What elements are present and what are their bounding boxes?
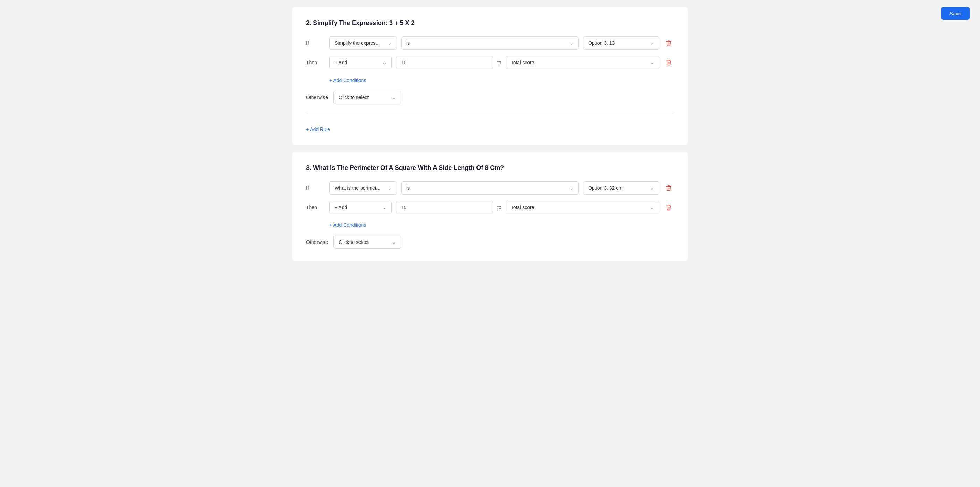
rule-card-2: 2. Simplify The Expression: 3 + 5 X 2 If… bbox=[292, 7, 688, 145]
rule-3-title: 3. What Is The Perimeter Of A Square Wit… bbox=[306, 164, 674, 172]
rule-2-otherwise-value: Click to select bbox=[339, 94, 369, 100]
rule-3-option-chevron: ⌄ bbox=[650, 185, 654, 191]
rule-3-score-chevron: ⌄ bbox=[650, 204, 654, 210]
rule-3-otherwise-select[interactable]: Click to select ⌄ bbox=[334, 236, 401, 249]
rule-3-question-chevron: ⌄ bbox=[388, 185, 392, 191]
rule-3-question-select[interactable]: What is the perimet... ⌄ bbox=[329, 181, 397, 195]
rule-3-then-delete[interactable] bbox=[663, 202, 674, 212]
rule-2-question-chevron: ⌄ bbox=[388, 40, 392, 46]
rule-2-option-select[interactable]: Option 3. 13 ⌄ bbox=[583, 37, 659, 49]
rule-2-then-label: Then bbox=[306, 60, 325, 65]
rule-2-then-row: Then + Add ⌄ to Total score ⌄ bbox=[306, 56, 674, 69]
rule-2-if-label: If bbox=[306, 40, 325, 46]
rule-3-score-select[interactable]: Total score ⌄ bbox=[506, 201, 659, 214]
rule-3-action-value: + Add bbox=[334, 204, 347, 210]
rule-2-question-select[interactable]: Simplify the expres... ⌄ bbox=[329, 37, 397, 49]
save-button[interactable]: Save bbox=[941, 7, 970, 20]
rule-3-condition-value: is bbox=[406, 185, 410, 191]
rule-3-otherwise-chevron: ⌄ bbox=[392, 240, 396, 245]
rule-2-condition-value: is bbox=[406, 40, 410, 46]
rule-2-score-chevron: ⌄ bbox=[650, 60, 654, 65]
rule-3-otherwise-row: Otherwise Click to select ⌄ bbox=[306, 236, 674, 249]
rule-2-add-conditions-link[interactable]: + Add Conditions bbox=[329, 77, 366, 83]
rule-2-question-value: Simplify the expres... bbox=[334, 40, 380, 46]
rule-3-option-select[interactable]: Option 3. 32 cm ⌄ bbox=[583, 181, 659, 195]
rule-2-action-value: + Add bbox=[334, 60, 347, 65]
rule-2-score-value: Total score bbox=[511, 60, 535, 65]
rule-3-question-value: What is the perimet... bbox=[334, 185, 380, 191]
rule-2-action-select[interactable]: + Add ⌄ bbox=[329, 56, 392, 69]
rule-2-otherwise-select[interactable]: Click to select ⌄ bbox=[334, 91, 401, 104]
rule-2-option-value: Option 3. 13 bbox=[588, 40, 614, 46]
rule-2-otherwise-row: Otherwise Click to select ⌄ bbox=[306, 91, 674, 104]
rule-3-then-row: Then + Add ⌄ to Total score ⌄ bbox=[306, 201, 674, 214]
rule-2-if-delete[interactable] bbox=[663, 38, 674, 48]
rule-3-add-conditions-link[interactable]: + Add Conditions bbox=[329, 222, 366, 228]
rule-2-to-label: to bbox=[497, 60, 501, 65]
rule-3-score-value: Total score bbox=[511, 204, 535, 210]
rule-2-option-chevron: ⌄ bbox=[650, 40, 654, 46]
rule-3-if-delete[interactable] bbox=[663, 183, 674, 193]
rule-3-score-input[interactable] bbox=[396, 201, 493, 214]
rule-3-otherwise-value: Click to select bbox=[339, 240, 369, 245]
save-button-container: Save bbox=[941, 7, 970, 20]
rule-3-option-value: Option 3. 32 cm bbox=[588, 185, 622, 191]
rule-3-condition-chevron: ⌄ bbox=[570, 185, 574, 191]
rule-2-otherwise-label: Otherwise bbox=[306, 94, 328, 100]
rule-2-divider bbox=[306, 113, 674, 114]
rule-3-condition-select[interactable]: is ⌄ bbox=[401, 181, 579, 195]
page-wrapper: 2. Simplify The Expression: 3 + 5 X 2 If… bbox=[243, 7, 737, 261]
rule-2-score-select[interactable]: Total score ⌄ bbox=[506, 56, 659, 69]
rule-2-title: 2. Simplify The Expression: 3 + 5 X 2 bbox=[306, 19, 674, 27]
rule-2-if-row: If Simplify the expres... ⌄ is ⌄ Option … bbox=[306, 37, 674, 49]
rule-2-action-chevron: ⌄ bbox=[382, 60, 387, 65]
rule-3-action-chevron: ⌄ bbox=[382, 204, 387, 210]
rule-3-then-label: Then bbox=[306, 204, 325, 210]
rule-3-otherwise-label: Otherwise bbox=[306, 240, 328, 245]
rule-3-to-label: to bbox=[497, 204, 501, 210]
rule-3-action-select[interactable]: + Add ⌄ bbox=[329, 201, 392, 214]
rule-2-otherwise-chevron: ⌄ bbox=[392, 94, 396, 100]
rule-2-add-rule-link[interactable]: + Add Rule bbox=[306, 126, 330, 132]
rule-2-score-input[interactable] bbox=[396, 56, 493, 69]
rule-2-then-delete[interactable] bbox=[663, 57, 674, 68]
rule-3-if-row: If What is the perimet... ⌄ is ⌄ Option … bbox=[306, 181, 674, 195]
rule-3-if-label: If bbox=[306, 185, 325, 191]
rule-2-condition-select[interactable]: is ⌄ bbox=[401, 37, 579, 49]
rule-card-3: 3. What Is The Perimeter Of A Square Wit… bbox=[292, 152, 688, 261]
rule-2-condition-chevron: ⌄ bbox=[570, 40, 574, 46]
